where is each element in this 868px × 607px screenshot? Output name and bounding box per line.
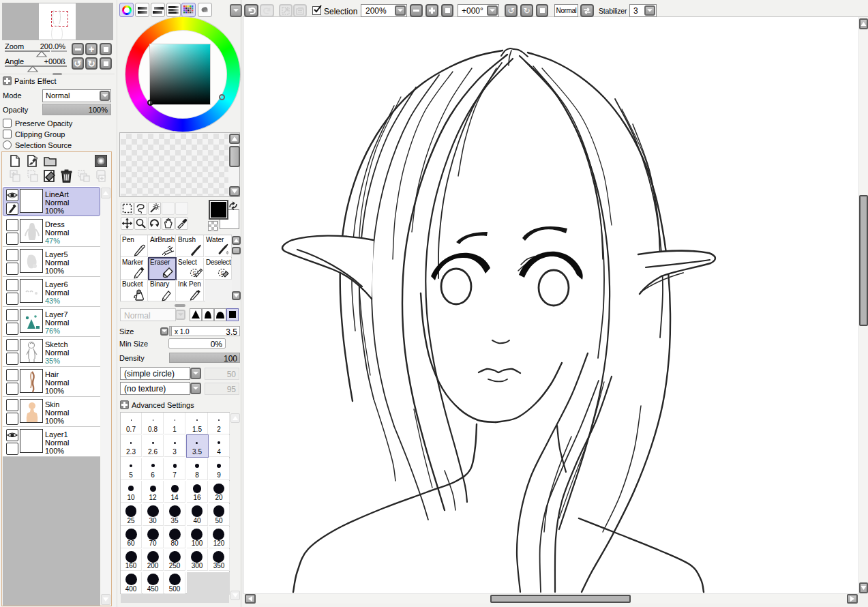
svg-text:S: S xyxy=(193,270,196,276)
